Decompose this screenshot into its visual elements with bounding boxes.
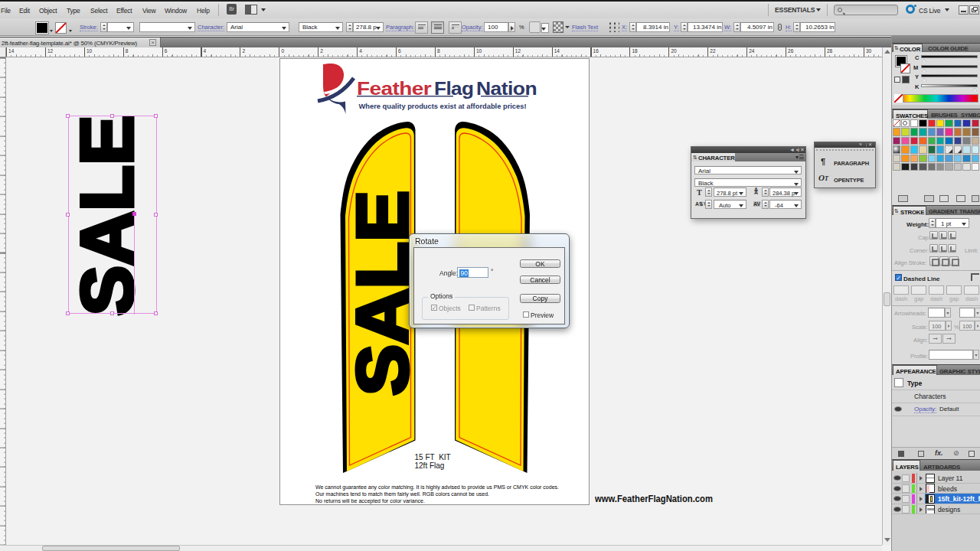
svg-text:Nation: Nation xyxy=(476,78,537,99)
svg-text:No returns will be accepted fo: No returns will be accepted for color va… xyxy=(315,497,425,504)
svg-text:Where quality products exist a: Where quality products exist at affordab… xyxy=(359,102,527,110)
svg-text:Feather: Feather xyxy=(357,78,431,99)
svg-text:www.FeatherFlagNation.com: www.FeatherFlagNation.com xyxy=(595,494,713,504)
svg-text:We cannot guarantee any color: We cannot guarantee any color matching. … xyxy=(315,484,559,491)
svg-text:Our machines tend to match the: Our machines tend to match them fairly w… xyxy=(315,491,489,497)
svg-text:Flag: Flag xyxy=(434,78,474,99)
